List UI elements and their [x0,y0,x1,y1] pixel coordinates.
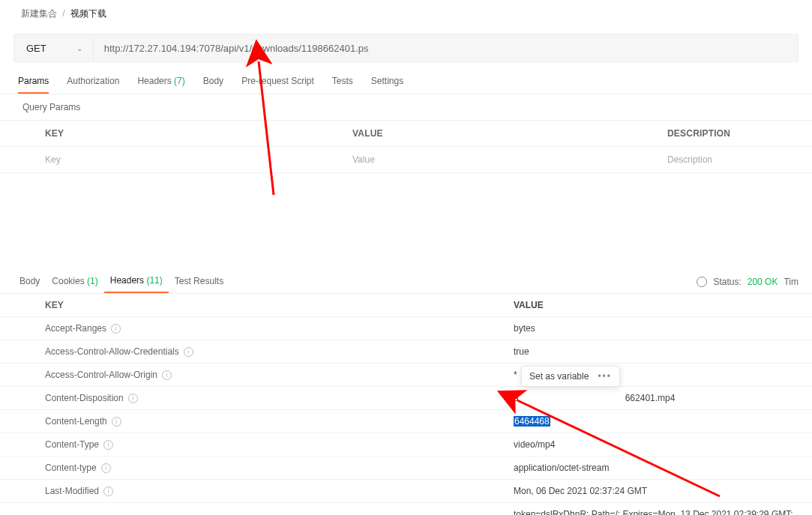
info-icon[interactable]: i [101,463,111,473]
set-variable-popover: Set as variable ••• [521,366,620,387]
header-key: Accept-Rangesi [37,317,506,340]
tab-prerequest[interactable]: Pre-request Script [241,76,314,94]
headers-row: Set-Cookieitoken=dslRxDhnR; Path=/; Expi… [0,503,812,515]
headers-head-value: VALUE [506,294,812,316]
headers-row: Content-Typeivideo/mp4 [0,433,812,457]
header-value[interactable]: true [506,340,812,363]
response-tabs: Body Cookies (1) Headers (11) Test Resul… [0,263,812,294]
query-params-table: KEY VALUE DESCRIPTION Key Value Descript… [0,120,812,173]
info-icon[interactable]: i [111,324,121,334]
headers-row: Content-Lengthi6464468 [0,410,812,433]
rtab-headers[interactable]: Headers (11) [104,271,169,293]
globe-icon[interactable] [697,277,707,287]
info-icon[interactable]: i [184,347,193,357]
tab-settings[interactable]: Settings [371,76,403,94]
row-blank [0,340,37,363]
headers-row: Accept-Rangesibytes [0,317,812,340]
rtab-cookies-label: Cookies [52,276,84,286]
info-icon[interactable]: i [112,417,121,427]
rtab-cookies-count: (1) [87,276,98,286]
header-value[interactable]: bytes [506,317,812,340]
url-input[interactable] [94,34,798,61]
headers-head-key: KEY [37,294,506,316]
headers-row: Content-typeiapplication/octet-stream [0,457,812,480]
tab-authorization[interactable]: Authorization [67,76,119,94]
row-checkbox[interactable] [0,147,37,172]
headers-row: Access-Control-Allow-Origini* [0,364,812,387]
headers-row: Content-Dispositionia662401.mp4 [0,387,812,410]
header-key: Last-Modifiedi [37,480,506,502]
table-header-value: VALUE [345,121,660,146]
header-key: Access-Control-Allow-Origini [37,364,506,386]
status-value: 200 OK [748,277,778,287]
row-blank [0,410,37,433]
headers-row: Access-Control-Allow-Credentialsitrue [0,340,812,364]
header-value[interactable]: video/mp4 [506,433,812,456]
rtab-headers-count: (11) [146,275,162,286]
table-row[interactable]: Key Value Description [0,147,812,173]
response-status: Status: 200 OK Tim [697,277,799,287]
breadcrumb-current: 视频下载 [70,8,106,19]
header-key: Set-Cookiei [37,503,506,515]
http-method-selector[interactable]: GET ⌄ [14,34,94,61]
status-label: Status: [713,277,741,287]
row-blank [0,503,37,515]
row-blank [0,433,37,456]
header-key: Content-typei [37,457,506,479]
breadcrumb-parent[interactable]: 新建集合 [21,8,57,19]
rtab-testresults[interactable]: Test Results [169,271,229,292]
tab-tests[interactable]: Tests [332,76,353,94]
row-blank [0,317,37,340]
header-key: Content-Lengthi [37,410,506,433]
rtab-headers-label: Headers [110,275,144,286]
row-blank [0,480,37,502]
chevron-down-icon: ⌄ [76,44,82,52]
breadcrumb: 新建集合 / 视频下载 [0,0,812,28]
request-url-bar: GET ⌄ [13,34,799,62]
tab-headers-label: Headers [137,76,171,86]
table-header-row: KEY VALUE DESCRIPTION [0,121,812,147]
info-icon[interactable]: i [128,394,138,403]
tab-body[interactable]: Body [203,76,223,94]
tab-headers[interactable]: Headers (7) [137,76,184,94]
headers-row: Last-ModifiediMon, 06 Dec 2021 02:37:24 … [0,480,812,503]
header-key: Access-Control-Allow-Credentialsi [37,340,506,363]
row-key-input[interactable]: Key [37,147,345,172]
header-value[interactable]: Mon, 06 Dec 2021 02:37:24 GMT [506,480,812,502]
query-params-title: Query Params [0,94,812,120]
breadcrumb-separator: / [62,8,64,19]
header-value[interactable]: application/octet-stream [506,457,812,479]
rtab-cookies[interactable]: Cookies (1) [46,271,103,292]
row-desc-input[interactable]: Description [660,147,812,172]
more-icon[interactable]: ••• [598,371,612,382]
header-value[interactable]: token=dslRxDhnR; Path=/; Expires=Mon, 13… [506,503,812,515]
header-value[interactable]: a662401.mp4 [506,387,812,409]
row-blank [0,457,37,479]
header-value[interactable]: 6464468 [506,410,812,433]
info-icon[interactable]: i [103,440,113,450]
row-value-input[interactable]: Value [345,147,660,172]
table-header-checkbox [0,121,37,146]
row-blank [0,364,37,386]
rtab-body[interactable]: Body [13,271,46,292]
table-header-desc: DESCRIPTION [660,121,812,146]
headers-table-head: KEY VALUE [0,294,812,317]
request-tabs: Params Authorization Headers (7) Body Pr… [0,62,812,94]
header-key: Content-Typei [37,433,506,456]
tab-headers-count: (7) [174,76,185,86]
info-icon[interactable]: i [162,370,172,380]
set-variable-button[interactable]: Set as variable [529,371,589,382]
info-icon[interactable]: i [103,487,113,496]
method-label: GET [26,43,46,54]
response-headers-table: KEY VALUE Accept-RangesibytesAccess-Cont… [0,294,812,515]
row-blank [0,387,37,409]
headers-head-blank [0,294,37,316]
tab-params[interactable]: Params [18,76,49,94]
header-key: Content-Dispositioni [37,387,506,409]
table-header-key: KEY [37,121,345,146]
time-label: Tim [784,277,799,287]
